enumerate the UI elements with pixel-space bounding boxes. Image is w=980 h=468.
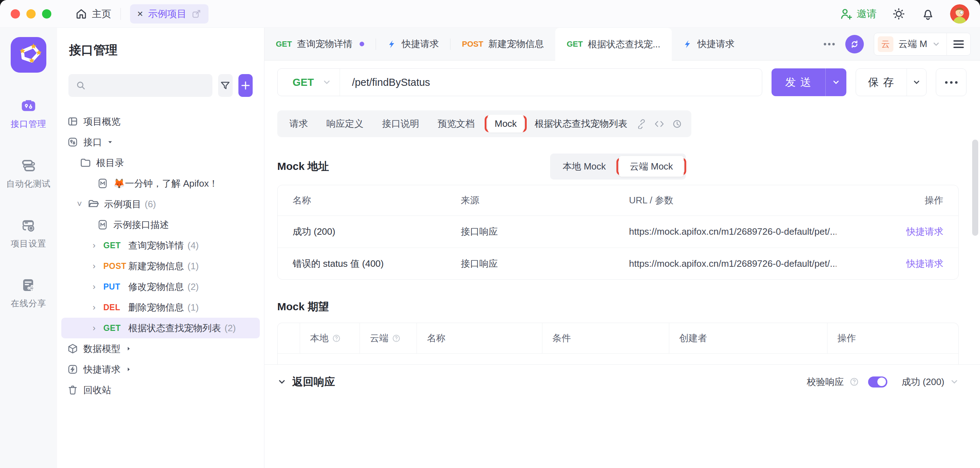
sync-status-button[interactable] <box>845 35 864 54</box>
copy-link-icon[interactable] <box>636 119 646 129</box>
mock-row-name: 成功 (200) <box>293 225 461 238</box>
tree-item-put-update-pet[interactable]: › PUT 修改宠物信息 (2) <box>61 276 260 297</box>
rail-item-automated-testing[interactable]: 自动化测试 <box>6 157 51 189</box>
doc-tab-label: 查询宠物详情 <box>297 38 352 50</box>
tree-item-del-delete-pet[interactable]: › DEL 删除宠物信息 (1) <box>61 297 260 318</box>
column-header-label: 云端 <box>370 332 388 344</box>
search-box[interactable] <box>68 74 212 97</box>
request-url-input[interactable]: /pet/findByStatus <box>340 76 430 88</box>
tree-item-get-find-by-status[interactable]: › GET 根据状态查找宠物列表 (2) <box>61 318 260 338</box>
environment-selector[interactable]: 云 云端 M <box>874 36 947 52</box>
traffic-close-button[interactable] <box>11 9 20 19</box>
request-more-button[interactable] <box>936 68 966 96</box>
dot <box>950 81 953 84</box>
save-button[interactable]: 保 存 <box>856 68 926 96</box>
subtab-mock-active[interactable]: Mock <box>487 115 524 133</box>
tree-item-recycle-bin[interactable]: 回收站 <box>61 380 260 400</box>
traffic-minimize-button[interactable] <box>26 9 36 19</box>
chevron-right-icon[interactable]: › <box>93 282 103 292</box>
doc-tab-quick-request-1[interactable]: 快捷请求 <box>376 28 450 60</box>
rail-item-project-settings[interactable]: 项目设置 <box>11 217 46 249</box>
column-header-empty <box>278 323 300 353</box>
dot <box>945 81 948 84</box>
settings-gear-icon[interactable] <box>892 7 906 21</box>
doc-tab-label: 快捷请求 <box>402 38 439 50</box>
chevron-right-icon[interactable]: › <box>93 261 103 271</box>
tree-item-root-folder[interactable]: 根目录 <box>61 152 260 173</box>
tree-item-apis[interactable]: 接口 <box>61 132 260 152</box>
send-dropdown-chevron[interactable] <box>826 78 846 86</box>
help-question-icon[interactable] <box>332 334 341 343</box>
subtab-response-definition[interactable]: 响应定义 <box>318 113 371 134</box>
chevron-down-icon[interactable] <box>277 377 286 386</box>
user-avatar[interactable] <box>950 4 969 24</box>
close-project-icon[interactable]: × <box>137 9 143 19</box>
send-button[interactable]: 发 送 <box>772 68 846 96</box>
subtab-preview-docs[interactable]: 预览文档 <box>430 113 482 134</box>
doc-tab-quick-request-2[interactable]: 快捷请求 <box>672 28 746 60</box>
search-input[interactable] <box>91 81 205 91</box>
scrollbar-thumb[interactable] <box>972 140 978 236</box>
unsaved-dot <box>360 42 364 46</box>
tree-item-label: 新建宠物信息 <box>128 260 184 273</box>
segment-cloud-mock-active[interactable]: 云端 Mock <box>619 156 684 177</box>
endpoint-content: 请求 响应定义 接口说明 预览文档 Mock 根据状态查找宠物列表 Mock 地… <box>264 104 980 468</box>
help-question-icon[interactable] <box>850 377 859 386</box>
doc-tab-get-pet-detail[interactable]: GET 查询宠物详情 <box>264 28 375 60</box>
subtab-request[interactable]: 请求 <box>282 113 316 134</box>
tree-item-get-pet-detail[interactable]: › GET 查询宠物详情 (4) <box>61 235 260 256</box>
caret-right-icon[interactable] <box>126 366 132 373</box>
code-icon[interactable] <box>654 119 664 129</box>
traffic-zoom-button[interactable] <box>42 9 51 19</box>
rail-item-label: 在线分享 <box>11 298 46 309</box>
more-tabs-icon[interactable] <box>823 42 835 46</box>
tabbar-actions: 云 云端 M <box>823 28 971 60</box>
invite-button[interactable]: 邀请 <box>840 7 877 21</box>
tree-item-doc-intro[interactable]: 🦊一分钟，了解 Apifox！ <box>61 173 260 194</box>
response-status-select[interactable]: 成功 (200) <box>902 376 944 388</box>
doc-tab-post-new-pet[interactable]: POST 新建宠物信息 <box>450 28 555 60</box>
rail-item-online-sharing[interactable]: 在线分享 <box>11 277 46 309</box>
tree-item-project-overview[interactable]: 项目概览 <box>61 111 260 132</box>
tree-item-data-models[interactable]: 数据模型 <box>61 338 260 359</box>
invite-person-plus-icon <box>840 7 853 21</box>
tree-item-count: (1) <box>188 302 199 313</box>
subtab-api-description[interactable]: 接口说明 <box>374 113 427 134</box>
caret-right-icon[interactable] <box>126 346 132 352</box>
tree-item-doc-sample[interactable]: 示例接口描述 <box>61 214 260 235</box>
quick-request-link[interactable]: 快捷请求 <box>836 225 943 238</box>
request-url-box[interactable]: GET /pet/findByStatus <box>277 68 762 96</box>
layout-menu-icon[interactable] <box>947 40 970 48</box>
tree-item-post-new-pet[interactable]: › POST 新建宠物信息 (1) <box>61 256 260 276</box>
tree-item-count: (1) <box>188 261 199 272</box>
mock-expectation-title: Mock 期望 <box>277 301 329 313</box>
chevron-down-icon[interactable]: ˅ <box>77 199 88 209</box>
api-icon <box>67 136 78 148</box>
doc-tab-get-find-by-status-active[interactable]: GET 根据状态查找宠... <box>555 28 672 60</box>
rail-item-api-management[interactable]: 接口管理 <box>11 98 46 130</box>
tree-item-label: 🦊一分钟，了解 Apifox！ <box>113 178 218 190</box>
window-topbar: 主页 × 示例项目 邀请 <box>0 0 980 28</box>
notifications-bell-icon[interactable] <box>921 7 935 21</box>
add-button[interactable] <box>239 74 253 97</box>
project-tab[interactable]: × 示例项目 <box>130 4 208 24</box>
help-question-icon[interactable] <box>392 334 401 343</box>
response-section-header[interactable]: 返回响应 校验响应 成功 (200) <box>277 365 959 399</box>
caret-down-icon[interactable] <box>107 139 113 145</box>
tree-item-sample-project-folder[interactable]: ˅ 示例项目 (6) <box>61 194 260 214</box>
chevron-right-icon[interactable]: › <box>93 323 103 333</box>
chevron-right-icon[interactable]: › <box>93 302 103 313</box>
chevron-right-icon[interactable]: › <box>93 240 103 251</box>
tree-item-count: (6) <box>145 199 156 210</box>
external-link-icon[interactable] <box>191 9 201 19</box>
save-dropdown-chevron[interactable] <box>907 78 926 86</box>
validate-response-toggle-on[interactable] <box>868 376 887 387</box>
segment-local-mock[interactable]: 本地 Mock <box>552 155 617 178</box>
quick-request-link[interactable]: 快捷请求 <box>836 257 943 270</box>
mock-row-source: 接口响应 <box>461 225 629 238</box>
home-tab[interactable]: 主页 <box>75 8 111 20</box>
history-icon[interactable] <box>672 119 682 129</box>
request-method-select[interactable]: GET <box>278 76 323 88</box>
filter-button[interactable] <box>218 74 233 97</box>
tree-item-quick-requests[interactable]: 快捷请求 <box>61 359 260 380</box>
